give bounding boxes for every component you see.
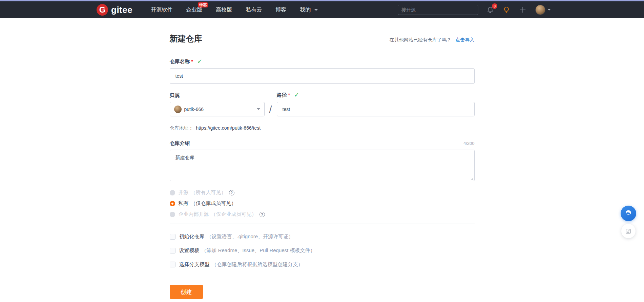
create-new-button[interactable] — [519, 6, 526, 14]
assistant-button[interactable] — [621, 206, 636, 221]
owner-label: 归属 — [170, 92, 180, 99]
checkbox-icon — [170, 248, 175, 253]
search-box[interactable] — [398, 5, 478, 15]
path-column: 路径 * ✓ — [277, 91, 475, 116]
repo-path-input[interactable] — [277, 102, 475, 116]
radio-private-label: 私有 — [179, 200, 189, 207]
nav-item-enterprise-label: 企业版 — [186, 7, 202, 13]
search-input[interactable] — [401, 7, 475, 13]
nav-item-blog[interactable]: 博客 — [275, 6, 286, 14]
user-menu[interactable] — [535, 5, 550, 15]
navbar-icons: 3 — [486, 5, 550, 15]
description-label-row: 仓库介绍 4/200 — [170, 140, 475, 147]
repo-options-group: 初始化仓库 （设置语言、.gitignore、开源许可证） 设置模板 （添加 R… — [170, 233, 475, 268]
suggestions-button[interactable] — [503, 6, 510, 14]
gitee-logo[interactable]: G gitee — [97, 4, 132, 16]
checkbox-icon — [170, 262, 175, 267]
nav-item-mine-label: 我的 — [300, 7, 311, 13]
lightbulb-icon — [503, 6, 510, 14]
repo-address-label: 仓库地址： — [170, 125, 193, 131]
nav-item-opensource[interactable]: 开源软件 — [151, 6, 172, 14]
nav-item-private-cloud[interactable]: 私有云 — [246, 6, 262, 14]
owner-select[interactable]: putik-666 — [170, 102, 265, 116]
description-textarea[interactable]: 新建仓库 — [170, 150, 475, 181]
required-asterisk: * — [191, 59, 193, 64]
valid-check-icon: ✓ — [294, 91, 299, 99]
chevron-down-icon — [257, 108, 260, 110]
chevron-down-icon — [548, 9, 550, 11]
navbar: G gitee 开源软件 企业版 特惠 高校版 私有云 博客 我的 3 — [0, 1, 644, 18]
notification-count-badge: 3 — [492, 3, 497, 9]
radio-public-hint: （所有人可见） — [191, 189, 226, 196]
owner-path-row: 归属 putik-666 / 路径 * ✓ — [170, 91, 475, 116]
create-button[interactable]: 创建 — [170, 285, 203, 299]
checkbox-templates-label: 设置模板 — [179, 247, 200, 254]
nav-item-enterprise[interactable]: 企业版 特惠 — [186, 6, 202, 14]
radio-inner-source-label: 企业内部开源 — [179, 211, 209, 218]
section-divider — [170, 224, 475, 224]
radio-inner-source-hint: （仅企业成员可见） — [211, 211, 257, 218]
checkbox-icon — [170, 234, 175, 240]
path-label-row: 路径 * ✓ — [277, 91, 475, 99]
checkbox-init-repo-label: 初始化仓库 — [179, 233, 205, 240]
nav-item-mine[interactable]: 我的 — [300, 6, 317, 14]
help-icon[interactable]: ? — [259, 212, 265, 217]
new-repo-form-page: 新建仓库 在其他网站已经有仓库了吗？ 点击导入 仓库名称 * ✓ 归属 puti… — [170, 18, 475, 299]
main-nav: 开源软件 企业版 特惠 高校版 私有云 博客 我的 — [151, 6, 317, 14]
repo-name-input[interactable] — [170, 68, 475, 84]
promo-badge: 特惠 — [198, 2, 208, 7]
chevron-down-icon — [314, 9, 318, 11]
repo-name-label: 仓库名称 — [170, 58, 190, 65]
char-counter: 4/200 — [463, 141, 475, 146]
import-hint-row: 在其他网站已经有仓库了吗？ 点击导入 — [390, 37, 474, 43]
nav-item-education[interactable]: 高校版 — [216, 6, 232, 14]
import-hint-text: 在其他网站已经有仓库了吗？ — [390, 37, 451, 42]
help-icon[interactable]: ? — [229, 190, 234, 195]
visibility-radio-group: 开源 （所有人可见） ? 私有 （仅仓库成员可见） 企业内部开源 （仅企业成员可… — [170, 189, 475, 218]
radio-public[interactable]: 开源 （所有人可见） ? — [170, 189, 475, 196]
avatar — [535, 5, 545, 15]
radio-private-hint: （仅仓库成员可见） — [191, 200, 236, 207]
gitee-logo-text: gitee — [111, 5, 132, 15]
description-field-wrap: 新建仓库 — [170, 150, 475, 181]
radio-circle-icon — [170, 190, 175, 195]
repo-address-value: https://gitee.com/putik-666/test — [196, 125, 261, 131]
owner-label-row: 归属 — [170, 92, 265, 99]
checkbox-branch-model-label: 选择分支模型 — [179, 261, 210, 268]
owner-selected-value: putik-666 — [184, 107, 257, 112]
edit-icon — [625, 228, 632, 234]
gitee-logo-icon: G — [97, 4, 108, 16]
radio-private[interactable]: 私有 （仅仓库成员可见） — [170, 200, 475, 207]
checkbox-branch-model[interactable]: 选择分支模型 （仓库创建后将根据所选模型创建分支） — [170, 261, 475, 268]
required-asterisk: * — [288, 92, 290, 98]
notifications-button[interactable]: 3 — [486, 6, 494, 14]
import-link[interactable]: 点击导入 — [456, 37, 475, 42]
valid-check-icon: ✓ — [197, 58, 202, 65]
repo-address-line: 仓库地址： https://gitee.com/putik-666/test — [170, 125, 475, 131]
checkbox-init-repo-hint: （设置语言、.gitignore、开源许可证） — [207, 233, 294, 240]
radio-circle-icon — [170, 212, 175, 217]
title-row: 新建仓库 在其他网站已经有仓库了吗？ 点击导入 — [170, 33, 475, 44]
resize-handle-icon[interactable] — [470, 177, 474, 180]
checkbox-init-repo[interactable]: 初始化仓库 （设置语言、.gitignore、开源许可证） — [170, 233, 475, 240]
path-label: 路径 — [277, 92, 287, 98]
page-title: 新建仓库 — [170, 33, 202, 44]
checkbox-templates-hint: （添加 Readme、Issue、Pull Request 模板文件） — [202, 247, 315, 254]
repo-name-label-row: 仓库名称 * ✓ — [170, 58, 475, 65]
radio-inner-source[interactable]: 企业内部开源 （仅企业成员可见） ? — [170, 211, 475, 218]
description-label: 仓库介绍 — [170, 140, 190, 147]
floating-actions — [621, 206, 636, 238]
path-separator: / — [265, 103, 277, 116]
checkbox-templates[interactable]: 设置模板 （添加 Readme、Issue、Pull Request 模板文件） — [170, 247, 475, 254]
radio-public-label: 开源 — [179, 189, 189, 196]
checkbox-branch-model-hint: （仓库创建后将根据所选模型创建分支） — [212, 261, 303, 268]
feedback-button[interactable] — [621, 224, 636, 238]
assistant-face-icon — [624, 209, 633, 218]
radio-selected-icon — [170, 201, 175, 206]
owner-avatar — [174, 106, 182, 113]
owner-column: 归属 putik-666 — [170, 92, 265, 116]
plus-icon — [519, 6, 526, 14]
